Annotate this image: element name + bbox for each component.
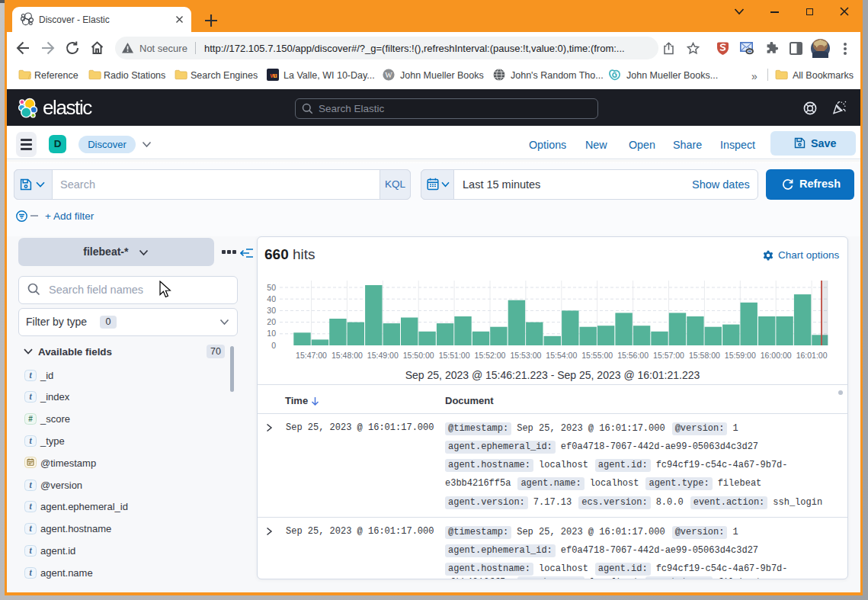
svg-text:15:53:00: 15:53:00: [510, 351, 541, 360]
svg-text:50: 50: [267, 283, 276, 292]
svg-text:0: 0: [271, 341, 276, 350]
svg-text:W: W: [385, 71, 392, 79]
svg-text:15:49:00: 15:49:00: [367, 351, 399, 360]
svg-text:15:56:00: 15:56:00: [617, 351, 649, 360]
svg-text:15:52:00: 15:52:00: [475, 351, 506, 360]
svg-text:15:54:00: 15:54:00: [546, 351, 577, 360]
svg-text:15:57:00: 15:57:00: [653, 351, 684, 360]
svg-text:15:58:00: 15:58:00: [689, 351, 720, 360]
svg-text:20: 20: [267, 317, 276, 326]
svg-text:15:47:00: 15:47:00: [296, 351, 327, 360]
svg-text:15:59:00: 15:59:00: [725, 351, 756, 360]
svg-text:u: u: [273, 72, 277, 79]
svg-text:15:50:00: 15:50:00: [403, 351, 434, 360]
svg-text:10: 10: [267, 329, 276, 338]
svg-text:15:51:00: 15:51:00: [439, 351, 470, 360]
svg-text:15:55:00: 15:55:00: [581, 351, 613, 360]
svg-text:16:01:00: 16:01:00: [796, 351, 828, 360]
svg-text:15:48:00: 15:48:00: [332, 351, 363, 360]
svg-text:40: 40: [267, 294, 276, 303]
svg-text:30: 30: [267, 306, 276, 315]
svg-text:16:00:00: 16:00:00: [761, 351, 792, 360]
